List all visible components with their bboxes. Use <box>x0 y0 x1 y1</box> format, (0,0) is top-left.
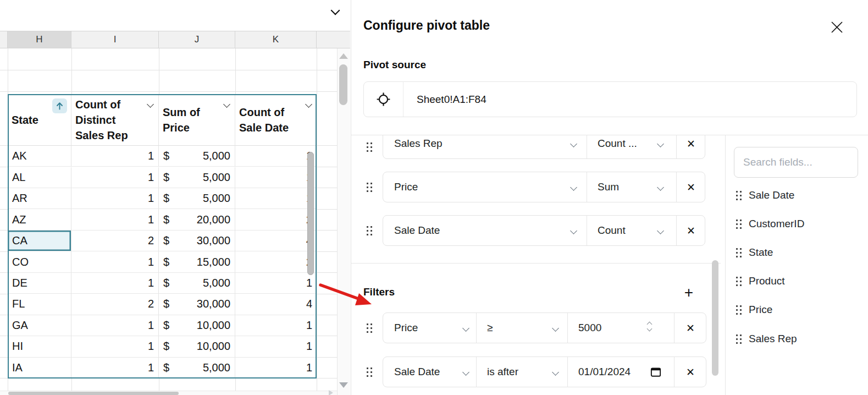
number-spinner[interactable] <box>648 322 651 331</box>
cell-state[interactable]: CO <box>8 251 71 272</box>
remove-filter-button[interactable]: ✕ <box>674 313 707 343</box>
drag-handle-icon[interactable] <box>366 322 373 333</box>
cell-distinct[interactable]: 1 <box>71 251 159 272</box>
pivot-header-sum-price[interactable]: Sum of Price <box>159 94 235 146</box>
cell-distinct[interactable]: 1 <box>71 146 159 167</box>
field-item-sale-date[interactable]: Sale Date <box>735 188 794 203</box>
cell-state[interactable]: AL <box>8 167 71 188</box>
field-select[interactable]: Sales Rep <box>383 135 587 158</box>
cell-sale-count[interactable]: 1 <box>235 273 317 294</box>
panel-scrollbar-thumb[interactable] <box>712 260 718 376</box>
chevron-down-icon[interactable] <box>147 101 154 108</box>
vertical-scrollbar-thumb[interactable] <box>339 64 347 105</box>
cell-sale-count[interactable]: 1 <box>235 358 317 378</box>
filter-field-select[interactable]: Price <box>383 313 476 343</box>
column-header-j[interactable]: J <box>159 31 235 48</box>
cell-state[interactable]: AR <box>8 188 71 209</box>
cell-sale-count[interactable]: 4 <box>235 294 317 315</box>
pivot-source-box[interactable]: Sheet0!A1:F84 <box>363 81 857 117</box>
select-range-button[interactable] <box>364 82 403 117</box>
field-item-customerid[interactable]: CustomerID <box>735 216 804 232</box>
cell-distinct[interactable]: 1 <box>71 358 159 378</box>
aggregation-select[interactable]: Count ... <box>587 135 676 158</box>
pivot-scrollbar-thumb[interactable] <box>307 152 314 275</box>
field-select[interactable]: Price <box>383 172 587 202</box>
drag-handle-icon[interactable] <box>366 366 373 377</box>
pivot-header-count-sale-date[interactable]: Count of Sale Date <box>235 94 317 146</box>
selected-cell-state[interactable]: CA <box>8 231 71 251</box>
cell-state[interactable]: FL <box>8 294 71 315</box>
toolbar-collapse-button[interactable] <box>328 4 343 19</box>
cell-distinct[interactable]: 1 <box>71 209 159 230</box>
scroll-right-arrow[interactable] <box>329 390 333 395</box>
cell-price[interactable]: $5,000 <box>159 358 235 378</box>
cell-state[interactable]: AZ <box>8 209 71 230</box>
cell-state[interactable]: GA <box>8 315 71 336</box>
drag-handle-icon[interactable] <box>366 225 373 236</box>
chevron-down-icon[interactable] <box>223 101 230 108</box>
cell-state[interactable]: DE <box>8 273 71 294</box>
pivot-header-distinct-count[interactable]: Count of Distinct Sales Rep <box>71 94 159 146</box>
cell-distinct[interactable]: 1 <box>71 167 159 188</box>
cell-price[interactable]: $15,000 <box>159 251 235 272</box>
cell-distinct[interactable]: 1 <box>71 188 159 209</box>
cell-distinct[interactable]: 2 <box>71 294 159 315</box>
filter-operator-select[interactable]: ≥ <box>476 313 567 343</box>
cell-sale-count[interactable]: 1 <box>235 167 317 188</box>
cell-distinct[interactable]: 2 <box>71 231 159 251</box>
horizontal-scrollbar-thumb[interactable] <box>8 392 179 395</box>
cell-price[interactable]: $5,000 <box>159 188 235 209</box>
cell-price[interactable]: $10,000 <box>159 315 235 336</box>
drag-handle-icon[interactable] <box>366 141 373 152</box>
close-panel-button[interactable] <box>828 19 845 35</box>
row-header-corner[interactable] <box>0 31 8 48</box>
pivot-header-state[interactable]: State <box>8 94 71 146</box>
field-item-price[interactable]: Price <box>735 302 772 317</box>
field-item-sales-rep[interactable]: Sales Rep <box>735 331 797 347</box>
cell-price[interactable]: $10,000 <box>159 336 235 357</box>
field-item-product[interactable]: Product <box>735 273 784 289</box>
aggregation-select[interactable]: Count <box>587 216 676 245</box>
cell-sale-count[interactable]: 4 <box>235 231 317 251</box>
search-fields-input[interactable] <box>734 147 858 178</box>
cell-price[interactable]: $5,000 <box>159 146 235 167</box>
cell-sale-count[interactable]: 2 <box>235 209 317 230</box>
filter-date-input[interactable]: 01/01/2024 <box>567 357 674 387</box>
cell-price[interactable]: $20,000 <box>159 209 235 230</box>
filter-operator-select[interactable]: is after <box>476 357 567 387</box>
cell-state[interactable]: AK <box>8 146 71 167</box>
remove-field-button[interactable]: ✕ <box>676 172 706 202</box>
cell-price[interactable]: $5,000 <box>159 167 235 188</box>
cell-sale-count[interactable]: 1 <box>235 146 317 167</box>
scroll-up-arrow[interactable] <box>339 53 348 59</box>
cell-price[interactable]: $30,000 <box>159 231 235 251</box>
cell-state[interactable]: IA <box>8 358 71 378</box>
column-header-h[interactable]: H <box>8 31 71 48</box>
column-header-k[interactable]: K <box>235 31 317 48</box>
scroll-down-arrow[interactable] <box>339 382 348 388</box>
cell-sale-count[interactable]: 2 <box>235 251 317 272</box>
cell-price[interactable]: $5,000 <box>159 273 235 294</box>
column-header-partial[interactable] <box>317 31 337 48</box>
cell-price[interactable]: $30,000 <box>159 294 235 315</box>
sort-ascending-button[interactable] <box>52 98 67 113</box>
remove-field-button[interactable]: ✕ <box>676 216 706 245</box>
add-filter-button[interactable]: + <box>679 283 699 302</box>
cell-sale-count[interactable]: 1 <box>235 336 317 357</box>
cell-distinct[interactable]: 1 <box>71 273 159 294</box>
filter-field-select[interactable]: Sale Date <box>383 357 476 387</box>
cell-distinct[interactable]: 1 <box>71 315 159 336</box>
cell-state[interactable]: HI <box>8 336 71 357</box>
date-picker-button[interactable] <box>650 366 662 378</box>
column-header-i[interactable]: I <box>71 31 159 48</box>
field-select[interactable]: Sale Date <box>383 216 587 245</box>
field-item-state[interactable]: State <box>735 245 773 260</box>
aggregation-select[interactable]: Sum <box>587 172 676 202</box>
drag-handle-icon[interactable] <box>366 182 373 193</box>
cell-sale-count[interactable]: 1 <box>235 315 317 336</box>
chevron-down-icon[interactable] <box>305 101 312 108</box>
filter-value-input[interactable]: 5000 <box>567 313 674 343</box>
remove-filter-button[interactable]: ✕ <box>674 357 707 387</box>
cell-distinct[interactable]: 1 <box>71 336 159 357</box>
remove-field-button[interactable]: ✕ <box>676 135 706 158</box>
